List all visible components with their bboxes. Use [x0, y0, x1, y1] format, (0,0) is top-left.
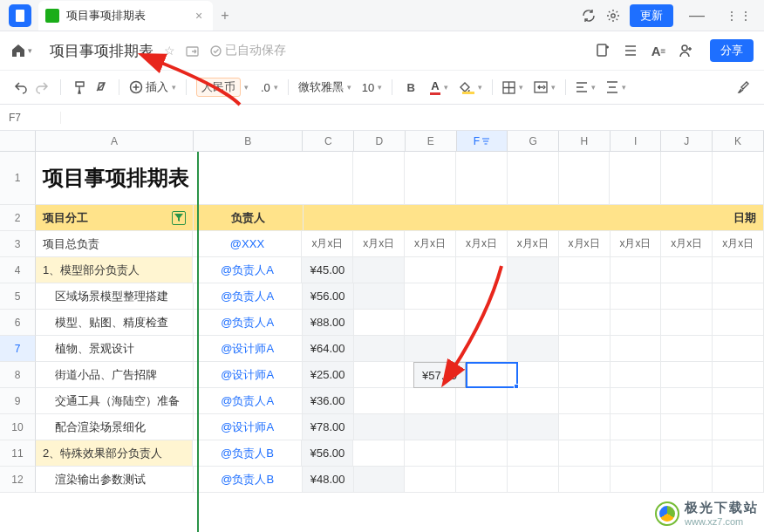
col-header[interactable]: C [303, 131, 354, 152]
currency-label: 人民币 [196, 78, 241, 97]
share-button[interactable]: 分享 [710, 39, 754, 62]
h-align-button[interactable]: ▾ [576, 81, 596, 93]
app-logo-icon [9, 4, 31, 27]
clear-format-icon[interactable] [92, 78, 109, 96]
sheet-file-icon [45, 9, 59, 23]
tab-title: 项目事项排期表 [66, 8, 192, 24]
watermark-title: 极光下载站 [685, 500, 759, 516]
chevron-down-icon: ▾ [378, 83, 382, 92]
col-header[interactable]: F [457, 131, 508, 152]
font-size-label: 10 [362, 81, 374, 94]
header-task-label: 项目分工 [43, 210, 88, 226]
font-family-select[interactable]: 微软雅黑 ▾ [298, 79, 351, 95]
home-dropdown-icon[interactable]: ▾ [28, 46, 32, 55]
spreadsheet-grid[interactable]: A B C D E F G H I J K 1 2 3 4 5 6 7 8 9 … [0, 131, 764, 532]
cell-e7[interactable]: ¥57.00 [413, 362, 466, 388]
merge-cells-button[interactable]: ▾ [534, 81, 556, 93]
row-header[interactable]: 3 [0, 231, 36, 257]
row-header[interactable]: 7 [0, 336, 36, 362]
redo-icon[interactable] [33, 78, 51, 96]
watermark: 极光下载站 www.xz7.com [655, 500, 759, 527]
add-collaborator-icon[interactable] [679, 43, 694, 58]
v-align-button[interactable]: ▾ [606, 81, 626, 93]
chevron-down-icon: ▾ [274, 83, 278, 92]
star-icon[interactable]: ☆ [164, 44, 175, 58]
new-tab-button[interactable]: + [213, 8, 237, 24]
col-header[interactable]: D [354, 131, 406, 152]
col-header[interactable]: A [36, 131, 194, 152]
col-header[interactable]: G [508, 131, 559, 152]
window-tab-bar: 项目事项排期表 × + 更新 — ⋮⋮ [0, 0, 764, 31]
cell[interactable]: 项目总负责 [36, 231, 193, 257]
column-headers: A B C D E F G H I J K [36, 131, 764, 152]
undo-icon[interactable] [12, 78, 30, 96]
formula-input[interactable] [61, 105, 764, 130]
col-label: F [474, 135, 480, 147]
more-menu-icon[interactable]: ⋮⋮ [720, 9, 759, 23]
list-icon[interactable] [623, 43, 638, 58]
row-header[interactable]: 2 [0, 205, 36, 231]
update-button[interactable]: 更新 [630, 4, 673, 27]
col-header[interactable]: I [611, 131, 662, 152]
col-header[interactable]: H [559, 131, 611, 152]
row-headers: 1 2 3 4 5 6 7 8 9 10 11 12 [0, 152, 36, 493]
row-header[interactable]: 8 [0, 362, 36, 388]
bold-icon[interactable]: B [402, 78, 420, 96]
row-header[interactable]: 6 [0, 310, 36, 336]
svg-rect-3 [597, 44, 606, 56]
chevron-down-icon: ▾ [347, 83, 351, 92]
chevron-down-icon: ▾ [172, 83, 176, 92]
col-header[interactable]: J [661, 131, 713, 152]
row-header[interactable]: 1 [0, 152, 36, 205]
text-color-button[interactable]: A▾ [430, 79, 447, 95]
add-page-icon[interactable] [595, 43, 611, 58]
borders-button[interactable]: ▾ [502, 81, 523, 94]
svg-point-0 [611, 13, 615, 17]
chevron-down-icon: ▾ [244, 83, 249, 92]
move-folder-icon[interactable] [186, 44, 200, 58]
close-icon[interactable]: × [192, 9, 206, 23]
decimal-label: .0 [261, 81, 270, 94]
format-painter-icon[interactable] [71, 78, 88, 96]
decimal-button[interactable]: .0 ▾ [261, 81, 278, 94]
font-size-select[interactable]: 10 ▾ [362, 81, 382, 94]
autosave-label: 已自动保存 [225, 43, 286, 58]
document-title: 项目事项排期表 [50, 41, 153, 61]
row-header[interactable]: 10 [0, 414, 36, 440]
watermark-url: www.xz7.com [685, 516, 759, 527]
minimize-button[interactable]: — [682, 6, 712, 24]
col-header[interactable]: E [406, 131, 457, 152]
row-header[interactable]: 5 [0, 283, 36, 310]
fill-color-button[interactable]: ▾ [459, 81, 482, 94]
header-task[interactable]: 项目分工 [36, 205, 194, 231]
row-header[interactable]: 11 [0, 440, 36, 467]
filter-icon[interactable] [172, 211, 186, 225]
header-date[interactable]: 日期 [304, 205, 764, 231]
header-owner[interactable]: 负责人 [194, 205, 304, 231]
sheet-title[interactable]: 项目事项排期表 [36, 152, 302, 205]
svg-point-4 [682, 45, 687, 51]
font-family-label: 微软雅黑 [298, 79, 344, 95]
text-style-icon[interactable]: A≡ [651, 43, 666, 58]
cell[interactable]: @XXX [193, 231, 302, 257]
home-icon[interactable] [10, 43, 26, 58]
row-header[interactable]: 4 [0, 257, 36, 283]
row-header[interactable]: 9 [0, 388, 36, 414]
watermark-logo-icon [655, 501, 679, 526]
insert-label: 插入 [146, 79, 168, 95]
gear-icon[interactable] [605, 8, 621, 24]
row-header[interactable]: 12 [0, 467, 36, 493]
formula-bar: F7 [0, 105, 764, 131]
cell-area[interactable]: 项目事项排期表 项目分工 负责人 日期 项目总负责 @XXX x月x日 x月x日… [36, 152, 764, 532]
currency-format-button[interactable]: 人民币 ▾ [196, 78, 249, 97]
insert-button[interactable]: 插入 ▾ [129, 79, 176, 95]
col-header[interactable]: K [713, 131, 764, 152]
autosave-status: 已自动保存 [210, 43, 286, 58]
document-title-bar: ▾ 项目事项排期表 ☆ 已自动保存 A≡ 分享 [0, 31, 764, 70]
col-header[interactable]: B [194, 131, 303, 152]
cell-reference[interactable]: F7 [0, 112, 61, 124]
sync-icon[interactable] [581, 8, 597, 24]
document-tab[interactable]: 项目事项排期表 × [38, 1, 213, 31]
select-all-corner[interactable] [0, 131, 36, 152]
brush-icon[interactable] [734, 78, 752, 96]
